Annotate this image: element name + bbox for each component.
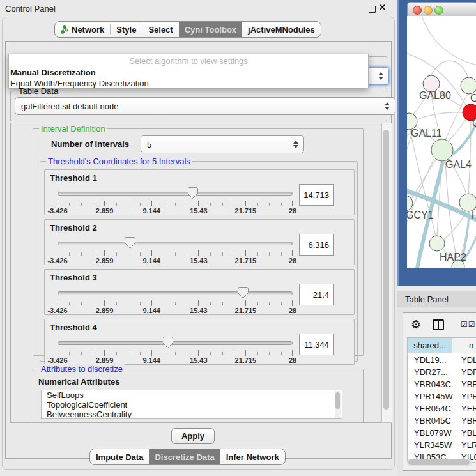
node-table: ⚙ ☑☑ shared... n YDL19...YDL1 YDR27...YD…	[403, 312, 476, 471]
attributes-group-title: Attributes to discretize	[39, 364, 125, 374]
slider-thumb[interactable]	[238, 287, 249, 298]
threshold-3-panel: Threshold 3 -3.426 2.859 9.144 15.43 21.…	[44, 269, 355, 315]
table-data-combobox[interactable]: galFiltered.sif default node	[15, 97, 395, 115]
threshold-4-panel: Threshold 4 -3.426 2.859 9.144 15.43 21.…	[44, 319, 355, 365]
column-header-name[interactable]: n	[452, 338, 476, 353]
slider-track[interactable]	[58, 242, 293, 245]
float-window-icon[interactable]	[369, 6, 376, 13]
numerical-attributes-label: Numerical Attributes	[38, 377, 119, 387]
label-gal80: GAL80	[419, 90, 451, 101]
slider-track[interactable]	[58, 341, 293, 345]
tab-jactivemnodules[interactable]: jActiveMNodules	[242, 22, 321, 37]
tab-label: Network	[72, 25, 104, 35]
panel-title: Control Panel	[5, 4, 56, 13]
threshold-1-slider[interactable]	[58, 187, 293, 199]
network-icon	[61, 25, 68, 34]
threshold-2-slider[interactable]	[58, 236, 293, 249]
threshold-3-label: Threshold 3	[50, 273, 97, 282]
tab-impute-data[interactable]: Impute Data	[90, 449, 149, 464]
num-intervals-label: Number of Intervals	[51, 139, 129, 149]
list-item[interactable]: TopologicalCoefficient	[42, 400, 342, 410]
column-header-shared[interactable]: shared...	[408, 338, 452, 353]
table-data-value: galFiltered.sif default node	[21, 102, 118, 111]
algorithm-dropdown-popup: Select algorithm to view settings Manual…	[8, 54, 369, 88]
threshold-1-panel: Threshold 1 -3.426 2.859 9.144 15.43 21.…	[44, 169, 355, 215]
attributes-list[interactable]: SelfLoops TopologicalCoefficient Between…	[41, 390, 342, 419]
label-gcy1: GCY1	[407, 210, 434, 220]
slider-tick-labels: -3.426 2.859 9.144 15.43 21.715 28	[58, 357, 293, 364]
dropdown-option-equal-width[interactable]: Equal Width/Frequency Discretization	[9, 78, 368, 89]
checkbox-columns-icon[interactable]: ☑☑	[461, 320, 476, 329]
label-clipped-red: C	[472, 118, 476, 128]
tab-discretize-data[interactable]: Discretize Data	[149, 449, 220, 464]
table-horizontal-scrollbar[interactable]	[407, 459, 472, 466]
network-edges	[407, 16, 476, 262]
slider-tick-labels: -3.426 2.859 9.144 15.43 21.715 28	[58, 207, 293, 215]
table-grid[interactable]: shared... n YDL19...YDL1 YDR27...YDR2 YB…	[407, 337, 476, 463]
threshold-2-label: Threshold 2	[50, 223, 97, 233]
tab-network[interactable]: Network	[55, 22, 110, 37]
thresholds-group-title: Threshold's Coordinates for 5 Intervals	[46, 157, 192, 166]
num-intervals-value: 5	[147, 140, 151, 150]
node-right[interactable]	[459, 194, 476, 211]
apply-button[interactable]: Apply	[171, 428, 215, 444]
table-panel-titlebar: Table Panel	[397, 291, 476, 307]
threshold-4-slider[interactable]	[58, 336, 293, 349]
threshold-3-slider[interactable]	[58, 286, 293, 299]
combo-stepper-icon[interactable]	[293, 141, 298, 148]
list-scrollbar[interactable]	[335, 391, 341, 418]
tab-select[interactable]: Select	[142, 22, 178, 37]
mac-close-icon[interactable]	[413, 6, 422, 15]
gear-icon[interactable]: ⚙	[411, 319, 421, 330]
mac-minimize-icon[interactable]	[424, 6, 433, 15]
node-clipped-top[interactable]	[461, 77, 476, 94]
tab-style[interactable]: Style	[111, 22, 142, 37]
slider-thumb[interactable]	[125, 237, 135, 249]
slider-ticks	[58, 350, 293, 356]
slider-tick-labels: -3.426 2.859 9.144 15.43 21.715 28	[58, 257, 293, 265]
network-view[interactable]: GAL80 GA C GAL11 GAL4 GCY1 H HAP2	[407, 16, 476, 268]
tab-infer-network[interactable]: Infer Network	[220, 449, 285, 464]
threshold-4-value-field[interactable]: 11.344	[299, 334, 334, 355]
list-item[interactable]: BetweennessCentrality	[42, 410, 342, 419]
close-icon[interactable]: ✕	[379, 3, 386, 12]
threshold-2-value-field[interactable]: 6.316	[299, 234, 334, 256]
combo-stepper-icon[interactable]	[378, 72, 383, 80]
node-gal4[interactable]	[431, 139, 453, 161]
list-item[interactable]: SelfLoops	[42, 390, 342, 400]
cyni-bottom-tabbar: Impute Data Discretize Data Infer Networ…	[89, 449, 286, 465]
threshold-2-panel: Threshold 2 -3.426 2.859 9.144 15.43 21.…	[44, 219, 355, 265]
network-graph: GAL80 GA C GAL11 GAL4 GCY1 H HAP2	[407, 16, 476, 268]
threshold-1-value-field[interactable]: 14.713	[299, 184, 334, 206]
settings-scroll-area: Interval Definition Number of Intervals …	[10, 123, 383, 423]
slider-ticks	[58, 300, 293, 306]
slider-ticks	[58, 250, 293, 256]
slider-track[interactable]	[58, 291, 293, 295]
slider-track[interactable]	[58, 192, 293, 196]
threshold-1-label: Threshold 1	[50, 173, 97, 183]
settings-vertical-scrollbar[interactable]	[381, 123, 392, 423]
label-gal11: GAL11	[411, 128, 442, 139]
slider-tick-labels: -3.426 2.859 9.144 15.43 21.715 28	[58, 307, 293, 314]
slider-thumb[interactable]	[163, 337, 173, 348]
threshold-4-label: Threshold 4	[50, 323, 97, 332]
control-panel-tabbar: Network Style Select Cyni Toolbox jActiv…	[54, 21, 321, 38]
attributes-group: Attributes to discretize Numerical Attri…	[33, 369, 364, 423]
interval-definition-group: Interval Definition Number of Intervals …	[33, 128, 364, 356]
dropdown-option-manual[interactable]: Manual Discretization	[9, 67, 368, 78]
tab-cyni-toolbox[interactable]: Cyni Toolbox	[179, 22, 242, 37]
slider-thumb[interactable]	[188, 187, 198, 199]
slider-ticks	[58, 201, 293, 206]
screenshot-root: Control Panel ✕ Network Style Select Cyn…	[0, 0, 476, 476]
num-intervals-combobox[interactable]: 5	[141, 135, 304, 153]
split-view-icon[interactable]	[433, 319, 444, 330]
network-window-titlebar[interactable]	[407, 2, 476, 17]
node-hap2[interactable]	[429, 236, 445, 251]
label-gal4: GAL4	[445, 159, 472, 170]
dropdown-hint: Select algorithm to view settings	[9, 54, 368, 67]
combo-stepper-icon[interactable]	[385, 102, 390, 110]
mac-zoom-icon[interactable]	[434, 6, 443, 15]
threshold-3-value-field[interactable]: 21.4	[299, 284, 334, 305]
thresholds-group: Threshold's Coordinates for 5 Intervals …	[40, 161, 358, 362]
interval-definition-title: Interval Definition	[39, 124, 107, 134]
